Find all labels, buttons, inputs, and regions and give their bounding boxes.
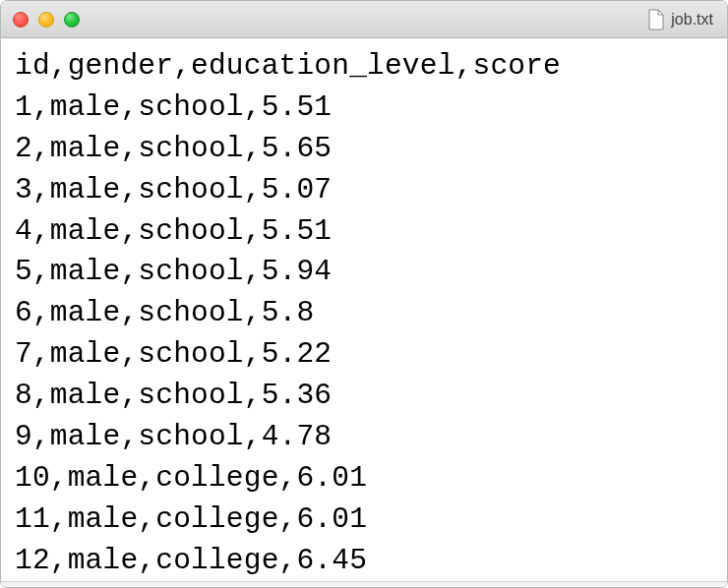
window-title-section: job.txt: [647, 9, 713, 30]
document-icon: [647, 9, 665, 30]
close-button[interactable]: [13, 12, 29, 28]
window-title: job.txt: [671, 11, 713, 29]
window-titlebar[interactable]: job.txt: [1, 1, 727, 38]
maximize-button[interactable]: [64, 12, 80, 28]
text-editor-window: job.txt id,gender,education_level,score …: [0, 0, 728, 588]
text-content-area[interactable]: id,gender,education_level,score 1,male,s…: [1, 38, 727, 581]
minimize-button[interactable]: [38, 12, 54, 28]
window-bottom-border: [1, 581, 727, 587]
window-controls: [13, 12, 80, 28]
